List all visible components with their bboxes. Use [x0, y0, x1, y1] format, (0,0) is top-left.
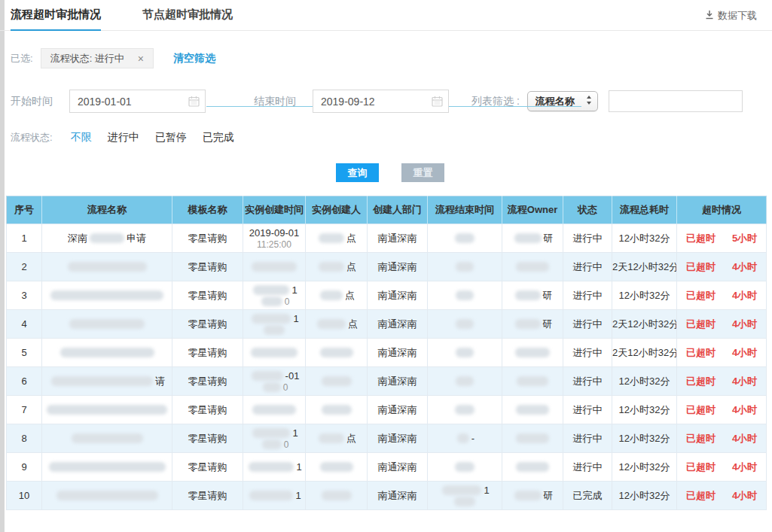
cell-overtime: 已超时4小时	[677, 482, 767, 510]
redacted-text	[90, 233, 124, 243]
start-date-input[interactable]	[69, 90, 206, 113]
overtime-value: 4小时	[732, 432, 757, 445]
end-date-input[interactable]	[313, 90, 449, 113]
cell-owner: 研	[502, 482, 563, 510]
cell-dept: 南通深南	[368, 224, 428, 253]
cell-template: 零星请购	[172, 281, 243, 310]
column-header-creator: 实例创建人	[306, 196, 368, 224]
download-label: 数据下载	[718, 9, 757, 23]
calendar-icon[interactable]	[432, 96, 443, 110]
redacted-text	[249, 491, 293, 500]
redacted-text	[516, 462, 549, 472]
table-row: 7零星请购南通深南进行中12小时32分已超时4小时	[7, 396, 767, 424]
cell-duration: 2天12小时32分	[612, 310, 677, 339]
column-header-no: 序号	[7, 196, 42, 224]
cell-template: 零星请购	[172, 224, 243, 253]
redacted-text	[253, 285, 289, 295]
cell-owner	[502, 424, 563, 453]
cell-template: 零星请购	[172, 453, 243, 482]
column-header-created: 实例创建时间	[243, 196, 306, 224]
cell-template: 零星请购	[172, 424, 243, 453]
status-label: 流程状态:	[11, 131, 53, 144]
cell-duration: 2天12小时32分	[612, 253, 677, 281]
list-filter-select[interactable]: 流程名称	[527, 91, 598, 111]
cell-status: 进行中	[563, 253, 612, 281]
redacted-text	[263, 382, 281, 392]
cell-end	[428, 396, 502, 424]
table-row: 1深南申请零星请购2019-09-0111:25:00点南通深南研进行中12小时…	[7, 224, 767, 253]
cell-creator: 点	[306, 253, 368, 281]
cell-end	[428, 367, 502, 396]
overtime-value: 已超时	[686, 260, 716, 274]
redacted-text	[252, 405, 296, 415]
overtime-value: 4小时	[732, 375, 757, 388]
cell-end	[428, 453, 502, 482]
calendar-icon[interactable]	[188, 96, 200, 110]
cell-status: 已完成	[563, 482, 612, 510]
tag-close-icon[interactable]: ×	[138, 53, 144, 65]
redacted-text	[60, 348, 154, 357]
overtime-value: 4小时	[732, 346, 757, 360]
table-row: 5零星请购南通深南进行中2天12小时32分已超时4小时	[7, 339, 767, 367]
cell-creator	[306, 482, 368, 510]
cell-creator	[306, 396, 368, 424]
download-button[interactable]: 数据下载	[705, 0, 757, 31]
column-header-end: 流程结束时间	[428, 196, 502, 224]
cell-overtime: 已超时5小时	[677, 224, 767, 253]
cell-owner	[502, 367, 563, 396]
redacted-text	[264, 325, 285, 335]
cell-creator: 点	[306, 281, 368, 310]
selected-label: 已选:	[11, 52, 33, 65]
cell-created	[243, 253, 306, 281]
cell-created: 1	[243, 453, 306, 482]
status-option-in-progress[interactable]: 进行中	[108, 131, 139, 144]
cell-duration: 12小时32分	[612, 367, 677, 396]
results-table: 序号流程名称模板名称实例创建时间实例创建人创建人部门流程结束时间流程Owner状…	[6, 196, 767, 510]
redacted-text	[251, 348, 298, 357]
redacted-text	[317, 319, 346, 329]
column-header-duration: 流程总耗时	[612, 196, 677, 224]
cell-created	[243, 339, 306, 367]
cell-no: 6	[7, 367, 42, 396]
cell-overtime: 已超时4小时	[677, 453, 767, 482]
status-option-all[interactable]: 不限	[71, 131, 92, 144]
selected-filters-row: 已选: 流程状态: 进行中 × 清空筛选	[11, 48, 772, 68]
overtime-value: 4小时	[732, 289, 757, 302]
cell-line: 1	[243, 284, 305, 296]
filter-tag: 流程状态: 进行中 ×	[41, 48, 154, 68]
clear-filters-link[interactable]: 清空筛选	[173, 52, 215, 65]
cell-owner	[502, 453, 563, 482]
table-header-row: 序号流程名称模板名称实例创建时间实例创建人创建人部门流程结束时间流程Owner状…	[7, 196, 767, 224]
status-option-completed[interactable]: 已完成	[203, 131, 234, 144]
redacted-text	[457, 433, 469, 443]
download-icon	[705, 10, 714, 22]
table-row: 4零星请购1点南通深南研进行中2天12小时32分已超时4小时	[7, 310, 767, 339]
column-header-template: 模板名称	[172, 196, 243, 224]
redacted-text	[514, 233, 542, 243]
cell-template: 零星请购	[172, 482, 243, 510]
overtime-value: 已超时	[686, 403, 716, 417]
cell-duration: 12小时32分	[612, 396, 677, 424]
cell-dept: 南通深南	[368, 253, 428, 281]
filter-panel: 已选: 流程状态: 进行中 × 清空筛选 开始时间 结束时间 列表筛选 : 流程…	[0, 48, 772, 182]
status-option-paused[interactable]: 已暂停	[155, 131, 187, 144]
reset-button[interactable]: 重置	[401, 163, 444, 182]
redacted-text	[56, 491, 158, 500]
tab-node-timeout[interactable]: 节点超时审批情况	[142, 0, 233, 31]
cell-status: 进行中	[563, 339, 612, 367]
overtime-value: 已超时	[686, 461, 716, 474]
column-header-status: 状态	[563, 196, 612, 224]
cell-line: 1	[243, 313, 305, 324]
table-row: 3零星请购10点南通深南研进行中12小时32分已超时4小时	[7, 281, 767, 310]
redacted-text	[319, 233, 344, 243]
cell-status: 进行中	[563, 224, 612, 253]
overtime-value: 4小时	[732, 318, 757, 331]
cell-name	[42, 453, 172, 482]
keyword-input[interactable]	[609, 90, 743, 112]
tab-process-timeout[interactable]: 流程超时审批情况	[11, 0, 101, 31]
cell-overtime: 已超时4小时	[677, 396, 767, 424]
query-button[interactable]: 查询	[336, 163, 379, 182]
cell-dept: 南通深南	[368, 482, 428, 510]
cell-duration: 12小时32分	[612, 224, 677, 253]
cell-status: 进行中	[563, 424, 612, 453]
